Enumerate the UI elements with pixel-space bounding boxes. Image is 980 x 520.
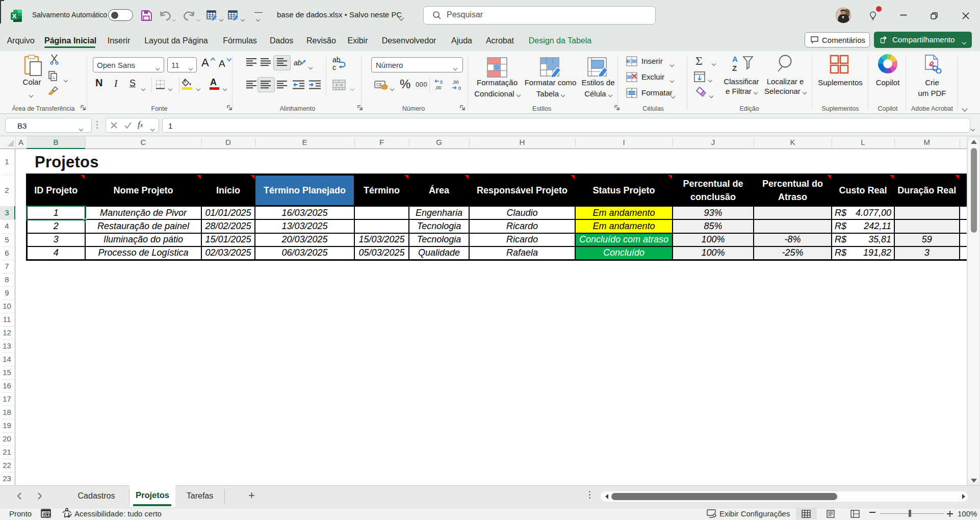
svg-text:,00: ,00 <box>435 85 442 90</box>
svg-text:0: 0 <box>440 80 443 85</box>
svg-text:0: 0 <box>458 86 461 90</box>
svg-text:X: X <box>12 12 17 20</box>
svg-text:A: A <box>732 55 738 63</box>
svg-text:,00: ,00 <box>452 80 459 85</box>
svg-text:ab: ab <box>294 59 302 67</box>
svg-text:c: c <box>332 63 336 71</box>
svg-text:Z: Z <box>732 64 737 72</box>
